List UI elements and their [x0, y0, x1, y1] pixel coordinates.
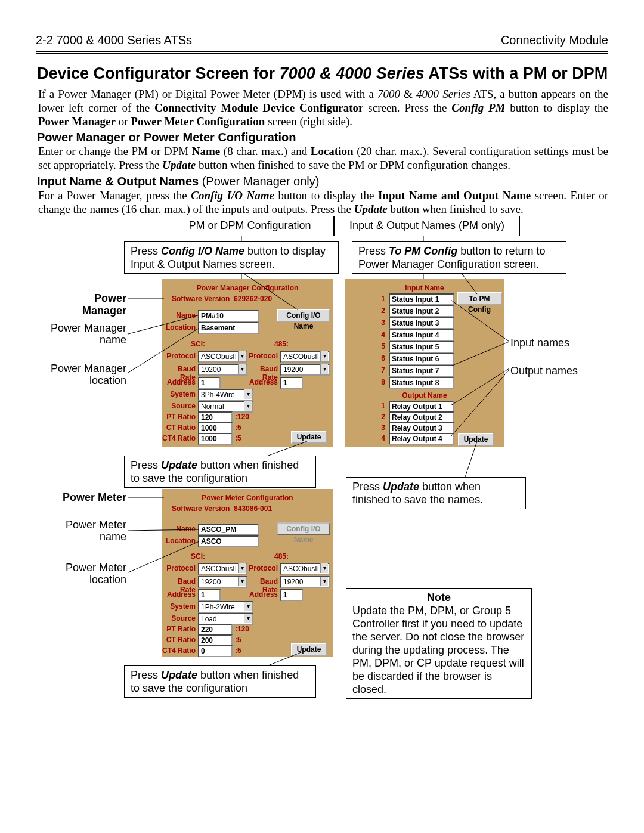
pmeter-addr-lab: Address [162, 590, 196, 599]
pmeter-proto-lab2: Protocol [244, 564, 278, 572]
pmeter-system-lab: System [162, 602, 196, 611]
pmeter-source-dd[interactable]: Load [198, 613, 253, 625]
intro-paragraph: If a Power Manager (PM) or Digital Power… [38, 87, 608, 128]
pm-ct4-lab: CT4 Ratio [162, 434, 196, 442]
label-pm-name: Power Manager name [37, 322, 126, 346]
pm-ct4-val[interactable]: 1000 [198, 433, 233, 445]
pm-system-dd[interactable]: 3Ph-4Wire Wy [198, 389, 253, 401]
pmeter-sci-head: SCI: [191, 552, 205, 561]
io-input2[interactable]: Status Input 2 [389, 305, 454, 317]
io-input7[interactable]: Status Input 7 [389, 365, 454, 377]
pm-system-lab: System [162, 390, 196, 398]
io-input4[interactable]: Status Input 4 [389, 329, 454, 341]
box-io-update-hint: Press Update button when finished to sav… [346, 477, 526, 509]
pmeter-ct-lab: CT Ratio [162, 636, 196, 644]
io-input8[interactable]: Status Input 8 [389, 377, 454, 389]
pm-location-label: Location [162, 323, 196, 332]
pm-sci-head: SCI: [191, 340, 205, 348]
pm-config-paragraph: Enter or change the PM or DPM Name (8 ch… [38, 144, 608, 172]
pm-source-lab: Source [162, 402, 196, 410]
panel-pm-config: Power Manager Configuration Software Ver… [162, 279, 333, 447]
pm-proto-lab2: Protocol [244, 352, 278, 360]
pmeter-baud-sci[interactable]: 19200 [198, 576, 247, 588]
pmeter-addr-sci[interactable]: 1 [198, 589, 221, 601]
pmeter-source-lab: Source [162, 614, 196, 623]
pm-ct-val[interactable]: 1000 [198, 422, 233, 434]
io-input6[interactable]: Status Input 6 [389, 353, 454, 365]
pm-baud-sci[interactable]: 19200 [198, 364, 247, 376]
io-input5[interactable]: Status Input 5 [389, 341, 454, 353]
pm-baud-485[interactable]: 19200 [280, 364, 330, 376]
pmeter-loc-input[interactable]: ASCO [198, 535, 259, 547]
pmeter-proto-lab: Protocol [162, 564, 196, 572]
pm-update-button[interactable]: Update [291, 431, 327, 444]
io-input3[interactable]: Status Input 3 [389, 317, 454, 329]
pmeter-ct4-val[interactable]: 0 [198, 645, 233, 657]
to-pm-config-button[interactable]: To PM Config [457, 292, 502, 305]
io-update-button[interactable]: Update [458, 433, 494, 446]
pm-proto-lab: Protocol [162, 352, 196, 360]
box-config-io-hint: Press Config I/O Name button to display … [124, 241, 339, 274]
pmeter-ct-val[interactable]: 200 [198, 634, 233, 646]
io-output4[interactable]: Relay Output 4 [389, 433, 454, 445]
pm-name-input[interactable]: PM#10 [198, 310, 259, 322]
pm-proto-sci[interactable]: ASCObusII [198, 351, 247, 363]
pmeter-update-button[interactable]: Update [291, 643, 327, 656]
label-output-names: Output names [510, 365, 578, 377]
pmeter-pt-val[interactable]: 220 [198, 624, 233, 636]
io-output2[interactable]: Relay Output 2 [389, 411, 454, 423]
pmeter-system-dd[interactable]: 1Ph-2Wire [198, 601, 253, 613]
box-pm-dpm-config: PM or DPM Configuration [166, 216, 334, 236]
pm-addr-sci[interactable]: 1 [198, 377, 221, 389]
note-box: Note Update the PM, DPM, or Group 5 Cont… [346, 588, 532, 699]
pmeter-loc-lab: Location [162, 537, 196, 545]
pmeter-name-input[interactable]: ASCO_PM [198, 524, 259, 535]
pmeter-proto-sci[interactable]: ASCObusII [198, 563, 247, 575]
pm-addr-lab2: Address [244, 378, 278, 386]
pmeter-ct4-suf: :5 [235, 646, 253, 655]
io-output3[interactable]: Relay Output 3 [389, 422, 454, 434]
pm-pt-val[interactable]: 120 [198, 411, 233, 423]
pm-addr-lab: Address [162, 378, 196, 386]
pm-ct4-suf: :5 [235, 434, 253, 442]
label-input-names: Input names [510, 337, 569, 349]
box-pm-update-hint: Press Update button when finished to sav… [124, 456, 316, 488]
label-pm-location: Power Manager location [37, 363, 126, 386]
pm-proto-485[interactable]: ASCObusII [280, 351, 330, 363]
io-input1[interactable]: Status Input 1 [389, 293, 454, 305]
io-output-title: Output Name [345, 391, 504, 400]
label-power-manager: Power Manager [49, 292, 126, 317]
pmeter-proto-485[interactable]: ASCObusII [280, 563, 330, 575]
box-io-names: Input & Output Names (PM only) [334, 216, 520, 236]
pmeter-config-io-button: Config I/O Name [277, 522, 330, 535]
pmeter-pt-lab: PT Ratio [162, 625, 196, 633]
label-power-meter: Power Meter [49, 491, 126, 504]
section-heading-io-names: Input Name & Output Names (Power Manager… [37, 175, 319, 188]
pmeter-addr-485[interactable]: 1 [280, 589, 303, 601]
config-io-name-button[interactable]: Config I/O Name [277, 309, 330, 322]
page-header-right: Connectivity Module [501, 33, 608, 47]
pm-addr-485[interactable]: 1 [280, 377, 303, 389]
pm-ct-suf: :5 [235, 423, 253, 432]
label-pmeter-location: Power Meter location [37, 562, 126, 586]
pm-location-input[interactable]: Basement [198, 322, 259, 334]
pm-ct-lab: CT Ratio [162, 423, 196, 432]
pmeter-485-head: 485: [274, 552, 289, 561]
pmeter-addr-lab2: Address [244, 590, 278, 599]
pm-485-head: 485: [274, 340, 289, 348]
pmeter-name-lab: Name [162, 525, 196, 533]
panel-io-names: Input Name To PM Config 1Status Input 1 … [345, 279, 504, 447]
io-output1[interactable]: Relay Output 1 [389, 401, 454, 413]
pmeter-baud-485[interactable]: 19200 [280, 576, 330, 588]
section-heading-pm-config: Power Manager or Power Meter Configurati… [37, 131, 296, 144]
page-title: Device Configurator Screen for 7000 & 40… [37, 64, 608, 83]
io-input-title: Input Name [345, 284, 504, 292]
pm-source-dd[interactable]: Normal [198, 401, 253, 413]
panel-pmeter-config: Power Meter Configuration Software Versi… [162, 489, 333, 657]
pmeter-ct4-lab: CT4 Ratio [162, 646, 196, 655]
pmeter-title: Power Meter Configuration [162, 494, 333, 502]
io-names-paragraph: For a Power Manager, press the Config I/… [38, 188, 608, 216]
header-rule [36, 51, 608, 54]
box-to-pm-hint: Press To PM Config button to return to P… [352, 241, 566, 274]
pm-pt-lab: PT Ratio [162, 413, 196, 421]
